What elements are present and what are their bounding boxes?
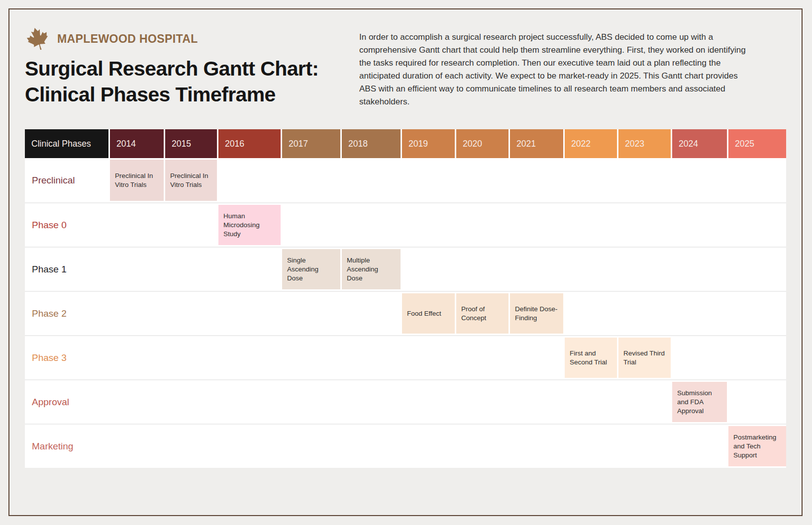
gantt-row-approval: ApprovalSubmission and FDA Approval	[25, 379, 786, 424]
brand-row: MAPLEWOOD HOSPITAL	[25, 28, 318, 50]
year-header-2018: 2018	[342, 129, 401, 158]
gantt-row-phase-1: Phase 1Single Ascending DoseMultiple Asc…	[25, 247, 786, 291]
gantt-row-preclinical: PreclinicalPreclinical In Vitro TrialsPr…	[25, 158, 786, 202]
page-content: MAPLEWOOD HOSPITAL Surgical Research Gan…	[25, 28, 787, 468]
task-bar-food-effect: Food Effect	[402, 293, 455, 334]
task-bar-preclinical-in-vitro-trials: Preclinical In Vitro Trials	[165, 160, 217, 201]
task-bar-multiple-ascending-dose: Multiple Ascending Dose	[342, 249, 401, 289]
gantt-chart: Clinical Phases2014201520162017201820192…	[25, 129, 786, 468]
year-header-2016: 2016	[218, 129, 281, 158]
task-bar-single-ascending-dose: Single Ascending Dose	[282, 249, 340, 289]
phase-label-phase-2: Phase 2	[25, 292, 108, 335]
year-header-2014: 2014	[110, 129, 164, 158]
brand-name: MAPLEWOOD HOSPITAL	[57, 32, 198, 46]
phase-label-phase-1: Phase 1	[25, 248, 108, 291]
phase-label-phase-3: Phase 3	[25, 336, 108, 379]
gantt-row-phase-3: Phase 3First and Second TrialRevised Thi…	[25, 335, 786, 379]
task-bar-preclinical-in-vitro-trials: Preclinical In Vitro Trials	[110, 160, 164, 201]
task-bar-definite-dose-finding: Definite Dose-Finding	[510, 293, 563, 334]
task-bar-human-microdosing-study: Human Microdosing Study	[218, 205, 281, 245]
year-header-2023: 2023	[618, 129, 671, 158]
year-header-2015: 2015	[165, 129, 217, 158]
year-header-2017: 2017	[282, 129, 340, 158]
page-background: { "header": { "brand": "MAPLEWOOD HOSPIT…	[0, 0, 812, 525]
header-left: MAPLEWOOD HOSPITAL Surgical Research Gan…	[25, 28, 318, 107]
task-bar-postmarketing-and-tech-support: Postmarketing and Tech Support	[728, 426, 786, 466]
year-header-2025: 2025	[728, 129, 786, 158]
phase-label-preclinical: Preclinical	[25, 158, 108, 202]
corner-header-cell: Clinical Phases	[25, 129, 108, 158]
phase-label-marketing: Marketing	[25, 425, 108, 468]
year-header-2022: 2022	[565, 129, 617, 158]
top-section: MAPLEWOOD HOSPITAL Surgical Research Gan…	[25, 28, 787, 108]
task-bar-revised-third-trial: Revised Third Trial	[618, 338, 671, 378]
task-bar-submission-and-fda-approval: Submission and FDA Approval	[672, 382, 727, 422]
title-line-2: Clinical Phases Timeframe	[25, 82, 318, 107]
year-header-2024: 2024	[672, 129, 727, 158]
task-bar-proof-of-concept: Proof of Concept	[456, 293, 508, 334]
gantt-row-phase-0: Phase 0Human Microdosing Study	[25, 202, 786, 247]
page-title: Surgical Research Gantt Chart: Clinical …	[25, 56, 318, 107]
phase-label-phase-0: Phase 0	[25, 203, 108, 247]
task-bar-first-and-second-trial: First and Second Trial	[565, 338, 617, 378]
gantt-row-phase-2: Phase 2Food EffectProof of ConceptDefini…	[25, 291, 786, 335]
maple-leaf-icon	[25, 27, 51, 50]
year-header-2019: 2019	[402, 129, 455, 158]
title-line-1: Surgical Research Gantt Chart:	[25, 56, 318, 82]
gantt-row-marketing: MarketingPostmarketing and Tech Support	[25, 424, 786, 468]
description-text: In order to accomplish a surgical resear…	[359, 31, 751, 108]
year-header-2020: 2020	[456, 129, 508, 158]
year-header-2021: 2021	[510, 129, 563, 158]
phase-label-approval: Approval	[25, 380, 108, 424]
gantt-header-row: Clinical Phases2014201520162017201820192…	[25, 129, 786, 158]
